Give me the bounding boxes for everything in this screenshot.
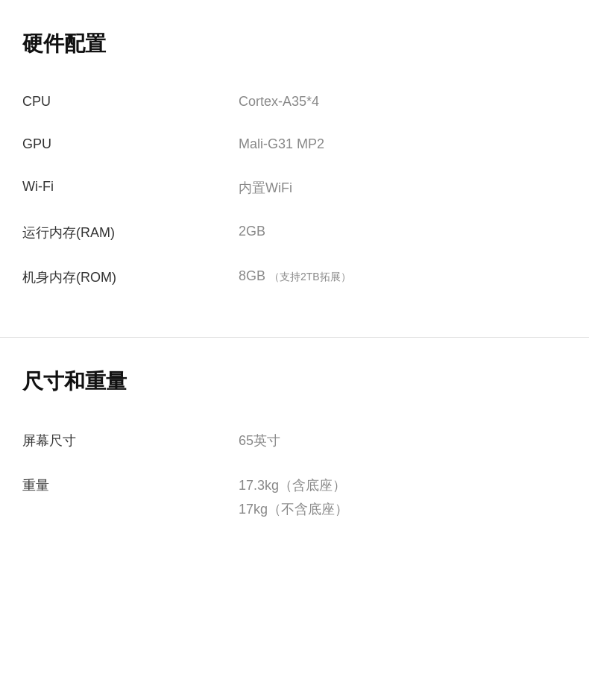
spec-value-ram: 2GB bbox=[239, 224, 567, 239]
spec-row-weight: 重量 17.3kg（含底座） 17kg（不含底座） bbox=[22, 463, 567, 532]
spec-value-cpu: Cortex-A35*4 bbox=[239, 94, 567, 110]
weight-with-stand: 17.3kg（含底座） bbox=[239, 478, 346, 493]
dimensions-title: 尺寸和重量 bbox=[22, 368, 567, 396]
spec-row-cpu: CPU Cortex-A35*4 bbox=[22, 81, 567, 123]
spec-row-gpu: GPU Mali-G31 MP2 bbox=[22, 123, 567, 165]
weight-without-stand: 17kg（不含底座） bbox=[239, 500, 567, 518]
spec-label-ram: 运行内存(RAM) bbox=[22, 224, 239, 242]
spec-label-screen: 屏幕尺寸 bbox=[22, 432, 239, 450]
spec-value-screen: 65英寸 bbox=[239, 432, 567, 450]
spec-row-ram: 运行内存(RAM) 2GB bbox=[22, 210, 567, 255]
spec-label-gpu: GPU bbox=[22, 136, 239, 152]
spec-row-screen: 屏幕尺寸 65英寸 bbox=[22, 418, 567, 463]
spec-row-rom: 机身内存(ROM) 8GB （支持2TB拓展） bbox=[22, 255, 567, 300]
spec-value-weight: 17.3kg（含底座） 17kg（不含底座） bbox=[239, 476, 567, 518]
spec-value-gpu: Mali-G31 MP2 bbox=[239, 136, 567, 152]
spec-label-wifi: Wi-Fi bbox=[22, 179, 239, 195]
spec-label-rom: 机身内存(ROM) bbox=[22, 268, 239, 286]
spec-value-rom: 8GB （支持2TB拓展） bbox=[239, 268, 567, 284]
spec-row-wifi: Wi-Fi 内置WiFi bbox=[22, 165, 567, 210]
hardware-title: 硬件配置 bbox=[22, 30, 567, 58]
spec-label-cpu: CPU bbox=[22, 94, 239, 110]
rom-note: （支持2TB拓展） bbox=[269, 271, 351, 283]
spec-label-weight: 重量 bbox=[22, 476, 239, 494]
spec-value-wifi: 内置WiFi bbox=[239, 179, 567, 197]
hardware-section: 硬件配置 CPU Cortex-A35*4 GPU Mali-G31 MP2 W… bbox=[0, 0, 589, 338]
dimensions-section: 尺寸和重量 屏幕尺寸 65英寸 重量 17.3kg（含底座） 17kg（不含底座… bbox=[0, 338, 589, 569]
